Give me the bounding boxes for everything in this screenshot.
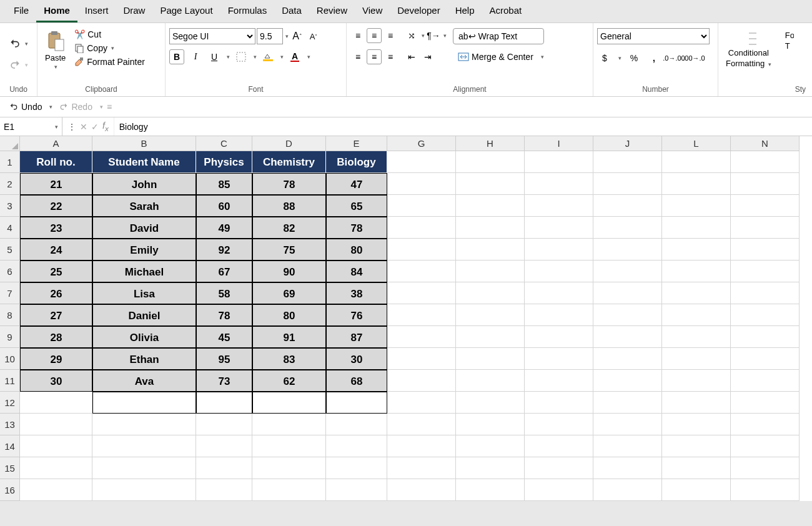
cell[interactable] [593, 479, 662, 501]
cell[interactable] [662, 151, 731, 173]
fx-icon[interactable]: fx [102, 121, 109, 132]
align-right-icon[interactable]: ≡ [383, 49, 398, 64]
cell[interactable] [387, 348, 456, 370]
cell[interactable]: Ethan [92, 348, 196, 370]
menu-draw[interactable]: Draw [116, 0, 152, 22]
enter-icon[interactable]: ✓ [91, 122, 99, 132]
orientation-icon[interactable]: ⤭ [404, 28, 419, 43]
cell[interactable] [387, 239, 456, 261]
chevron-down-icon[interactable]: ▾ [280, 54, 284, 60]
cell[interactable] [525, 326, 593, 348]
cell[interactable]: 91 [252, 326, 326, 348]
cell[interactable] [662, 217, 731, 239]
cell[interactable] [326, 479, 387, 501]
menu-file[interactable]: File [6, 0, 36, 22]
cell[interactable]: 58 [196, 282, 252, 304]
cell[interactable]: 82 [252, 217, 326, 239]
row-header[interactable]: 4 [0, 217, 20, 239]
cell[interactable]: 80 [326, 239, 387, 261]
cell[interactable]: 21 [20, 173, 92, 195]
col-header[interactable]: G [387, 136, 456, 151]
cell[interactable] [387, 479, 456, 501]
col-header[interactable]: B [92, 136, 196, 151]
cell[interactable] [662, 370, 731, 392]
cell[interactable]: 26 [20, 282, 92, 304]
cell[interactable] [456, 457, 525, 479]
cell[interactable]: 60 [196, 195, 252, 217]
cell[interactable] [92, 435, 196, 457]
cell[interactable] [196, 457, 252, 479]
increase-decimal-icon[interactable]: .0→.00 [666, 51, 681, 66]
cell[interactable] [525, 435, 593, 457]
comma-icon[interactable]: , [646, 51, 661, 66]
cell[interactable] [662, 435, 731, 457]
increase-indent-icon[interactable]: ⇥ [420, 49, 435, 64]
cell[interactable] [731, 173, 800, 195]
cell[interactable]: 92 [196, 239, 252, 261]
cell[interactable]: 47 [326, 173, 387, 195]
cell[interactable] [456, 195, 525, 217]
cell[interactable]: 78 [252, 173, 326, 195]
cell[interactable] [456, 173, 525, 195]
menu-acrobat[interactable]: Acrobat [482, 0, 530, 22]
cell[interactable] [387, 435, 456, 457]
cell[interactable] [731, 304, 800, 326]
row-header[interactable]: 12 [0, 392, 20, 414]
cell[interactable] [387, 151, 456, 173]
cell[interactable]: 73 [196, 370, 252, 392]
cell[interactable] [662, 195, 731, 217]
row-header[interactable]: 16 [0, 479, 20, 501]
cell[interactable]: Sarah [92, 195, 196, 217]
cell[interactable] [92, 414, 196, 435]
cell[interactable]: 88 [252, 195, 326, 217]
cell[interactable] [731, 414, 800, 435]
row-header[interactable]: 1 [0, 151, 20, 173]
cell[interactable] [196, 392, 252, 414]
cell[interactable] [456, 479, 525, 501]
cell[interactable] [20, 414, 92, 435]
cell[interactable] [326, 392, 387, 414]
cell[interactable]: 80 [252, 304, 326, 326]
cell[interactable] [662, 239, 731, 261]
cell[interactable] [593, 304, 662, 326]
cell[interactable]: 87 [326, 326, 387, 348]
cell[interactable] [525, 151, 593, 173]
cell[interactable] [252, 479, 326, 501]
cell[interactable]: 85 [196, 173, 252, 195]
qat-undo-button[interactable]: Undo [6, 101, 44, 113]
row-header[interactable]: 3 [0, 195, 20, 217]
align-center-icon[interactable]: ≡ [367, 49, 382, 64]
row-header[interactable]: 6 [0, 261, 20, 282]
col-header[interactable]: I [525, 136, 593, 151]
menu-data[interactable]: Data [274, 0, 309, 22]
cell[interactable] [387, 195, 456, 217]
chevron-down-icon[interactable]: ▾ [254, 54, 257, 60]
cell[interactable] [196, 414, 252, 435]
decrease-font-icon[interactable]: A˅ [306, 29, 321, 44]
cell[interactable] [593, 392, 662, 414]
cell[interactable] [593, 195, 662, 217]
cell[interactable] [525, 195, 593, 217]
cell[interactable] [20, 457, 92, 479]
chevron-down-icon[interactable]: ▾ [227, 54, 230, 60]
cell[interactable] [456, 370, 525, 392]
underline-button[interactable]: U [207, 49, 222, 64]
cell[interactable] [593, 261, 662, 282]
formula-input[interactable]: Biology [114, 122, 812, 132]
fill-color-button[interactable] [260, 49, 275, 64]
wrap-text-button[interactable]: ab↩ Wrap Text [453, 28, 544, 44]
menu-review[interactable]: Review [309, 0, 355, 22]
cell[interactable] [326, 435, 387, 457]
row-header[interactable]: 15 [0, 457, 20, 479]
cell[interactable]: 76 [326, 304, 387, 326]
chevron-down-icon[interactable]: ▾ [307, 54, 310, 60]
cell[interactable] [525, 239, 593, 261]
cell[interactable]: Michael [92, 261, 196, 282]
cell[interactable] [662, 479, 731, 501]
cell[interactable] [731, 370, 800, 392]
cell[interactable] [593, 457, 662, 479]
menu-formulas[interactable]: Formulas [220, 0, 275, 22]
align-top-icon[interactable]: ≡ [350, 28, 365, 43]
bold-button[interactable]: B [169, 49, 184, 64]
row-header[interactable]: 8 [0, 304, 20, 326]
